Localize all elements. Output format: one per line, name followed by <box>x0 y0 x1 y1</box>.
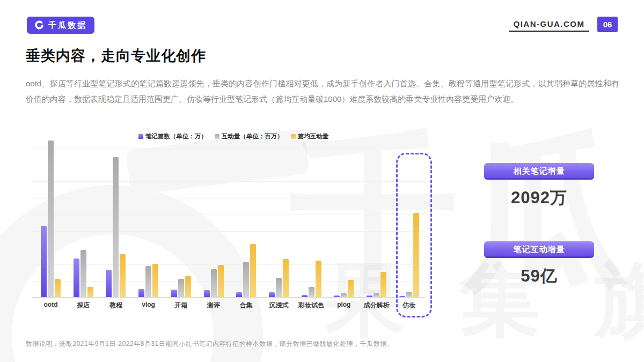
bar <box>145 266 151 297</box>
bar-group-vlog <box>138 264 158 297</box>
stat-value: 59亿 <box>484 265 594 287</box>
gridline <box>32 148 425 149</box>
bar-group-合集 <box>236 244 256 297</box>
bar <box>283 259 289 297</box>
bar-group-成分解析 <box>367 272 386 297</box>
bar <box>204 290 210 297</box>
chart-legend: 笔记篇数（单位：万）互动量（单位：百万）篇均互动量 <box>32 132 435 141</box>
page-number-badge: 06 <box>597 17 618 32</box>
x-axis-line <box>32 297 425 298</box>
bar <box>120 254 126 297</box>
bar-chart-plot: ootd探店教程vlog开箱测评合集沉浸式彩妆试色plog成分解析仿妆 <box>32 137 435 298</box>
legend-label: 笔记篇数（单位：万） <box>145 133 207 139</box>
bar <box>309 287 314 297</box>
bar-group-沉浸式 <box>269 259 289 297</box>
bar-group-ootd <box>41 141 61 297</box>
bar <box>152 264 158 297</box>
bar <box>55 279 61 297</box>
bar <box>106 270 112 297</box>
stat-badge: 相关笔记增量 <box>484 163 594 180</box>
bar <box>316 261 321 297</box>
bar <box>243 262 249 297</box>
bar-group-探店 <box>74 250 93 297</box>
stat-badge: 笔记互动增量 <box>484 241 594 258</box>
data-disclaimer: 数据说明：选取2021年9月1日-2022年8月31日期间小红书笔记内容特征的样… <box>26 339 393 349</box>
legend-item: 笔记篇数（单位：万） <box>138 132 207 141</box>
bar <box>138 289 144 297</box>
site-url-text: QIAN-GUA.COM <box>509 19 589 28</box>
page-title: 垂类内容，走向专业化创作 <box>26 46 206 65</box>
bar <box>74 258 79 297</box>
bar-group-plog <box>334 280 354 297</box>
gridline <box>32 215 425 215</box>
bar-group-彩妆试色 <box>302 261 321 297</box>
bar <box>171 290 177 297</box>
bar <box>218 265 224 297</box>
site-url-underline <box>509 31 589 32</box>
gridline <box>32 231 425 232</box>
bar <box>80 250 86 297</box>
bar-group-教程 <box>106 157 126 297</box>
body-paragraph: ootd、探店等行业型笔记形式的笔记篇数遥遥领先，垂类的内容创作门槛相对更低，成… <box>26 76 619 107</box>
bar <box>334 295 340 297</box>
brand-logo-badge: 千瓜数据 <box>27 17 94 34</box>
brand-logo-text: 千瓜数据 <box>48 20 87 31</box>
bar-group-开箱 <box>171 276 191 297</box>
legend-label: 互动量（单位：百万） <box>222 133 283 139</box>
legend-swatch <box>291 134 296 139</box>
bar <box>87 287 93 297</box>
gridline <box>32 181 425 182</box>
bar <box>113 157 119 297</box>
bar <box>367 295 372 297</box>
bar <box>302 295 308 297</box>
stat-related-notes: 相关笔记增量 2092万 <box>484 163 594 209</box>
highlight-dashed-box <box>396 153 432 317</box>
bar <box>211 269 217 297</box>
bar <box>374 293 379 297</box>
bar <box>48 141 54 297</box>
legend-label: 篇均互动量 <box>298 133 329 139</box>
legend-swatch <box>138 134 143 139</box>
bar <box>341 293 347 297</box>
gridline <box>32 248 425 248</box>
bar <box>269 292 275 297</box>
bar <box>236 292 242 297</box>
bar <box>178 279 184 297</box>
bar-group-测评 <box>204 265 224 297</box>
stat-note-interactions: 笔记互动增量 59亿 <box>484 241 594 287</box>
bar <box>250 244 256 297</box>
qiangua-swirl-icon <box>34 20 44 30</box>
legend-swatch <box>215 134 219 139</box>
bar <box>348 280 354 297</box>
bar <box>380 272 386 297</box>
bar <box>276 278 282 297</box>
legend-item: 互动量（单位：百万） <box>215 132 283 141</box>
bar <box>41 226 47 297</box>
gridline <box>32 165 425 165</box>
stat-value: 2092万 <box>484 187 594 209</box>
gridline <box>32 198 425 198</box>
bar <box>185 276 191 297</box>
legend-item: 篇均互动量 <box>291 132 329 141</box>
